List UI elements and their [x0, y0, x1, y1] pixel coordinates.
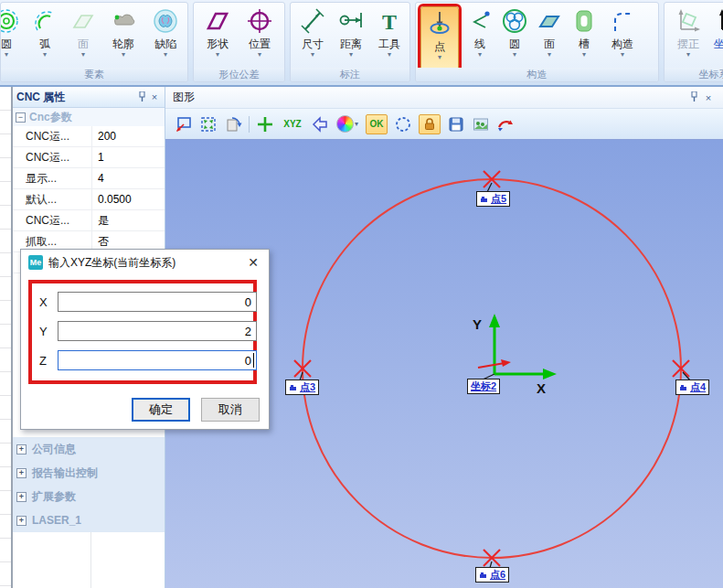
ribbon-button-plane-construct[interactable]: 面 ▾	[532, 5, 567, 69]
empty-property-grid	[13, 532, 165, 588]
point-label-3[interactable]: 点3	[285, 380, 319, 395]
coordinate-icon	[717, 5, 723, 37]
table-row[interactable]: CNC运... 200	[13, 126, 165, 147]
x-input[interactable]	[58, 292, 257, 312]
point-label-4[interactable]: 点4	[675, 380, 709, 395]
x-field[interactable]	[58, 292, 257, 312]
close-icon[interactable]: ✕	[245, 255, 261, 270]
z-input[interactable]	[58, 350, 257, 370]
ribbon-button-circle-construct[interactable]: 圆 ▾	[497, 5, 532, 69]
ribbon-button-label: 弧	[39, 37, 50, 50]
tree-item-extended-params[interactable]: + 扩展参数	[13, 485, 165, 508]
z-field[interactable]	[58, 350, 257, 370]
point-icon	[426, 7, 453, 40]
point-glyph-icon	[479, 572, 487, 579]
tree-item-label: 公司信息	[32, 442, 76, 457]
chevron-down-icon: ▾	[388, 50, 391, 59]
plane-icon	[69, 5, 97, 37]
ok-button[interactable]: 确定	[132, 398, 190, 422]
app-window: 圆 ▾ 弧 ▾ 面 ▾ 轮廓	[0, 0, 723, 588]
tree-item-company-info[interactable]: + 公司信息	[13, 437, 165, 461]
ribbon-button-plane[interactable]: 面 ▾	[64, 5, 102, 69]
save-icon[interactable]	[447, 115, 465, 134]
ribbon-button-arc[interactable]: 弧 ▾	[26, 5, 64, 69]
coordinate-system-label[interactable]: 坐标2	[467, 379, 500, 394]
point-label-5[interactable]: 点5	[476, 191, 510, 207]
prop-value[interactable]: 1	[92, 147, 165, 167]
ok-toggle-label: OK	[368, 119, 386, 129]
defect-icon	[152, 5, 179, 37]
expand-plus-icon[interactable]: +	[16, 516, 27, 526]
shape-icon	[204, 5, 231, 37]
chevron-down-icon: ▾	[513, 50, 516, 59]
chevron-down-icon: ▾	[548, 50, 551, 59]
table-row[interactable]: CNC运... 是	[13, 210, 165, 231]
prop-value[interactable]: 200	[92, 126, 165, 146]
fit-view-icon[interactable]	[199, 115, 218, 134]
y-field[interactable]	[58, 321, 257, 341]
tree-item-label: 报告输出控制	[32, 465, 98, 481]
lock-toggle-button[interactable]	[419, 114, 441, 134]
expand-plus-icon[interactable]: +	[16, 492, 27, 502]
prop-value[interactable]: 4	[92, 168, 165, 188]
zoom-region-icon[interactable]	[175, 115, 193, 134]
ribbon-button-construct[interactable]: 构造 ▾	[601, 5, 643, 69]
chevron-down-icon: ▾	[438, 53, 441, 61]
point-label-6[interactable]: 点6	[475, 567, 509, 583]
ribbon-button-position[interactable]: 位置 ▾	[239, 5, 281, 69]
chevron-down-icon: ▾	[164, 50, 167, 59]
ribbon-button-slot[interactable]: 槽 ▾	[567, 5, 601, 69]
point-label-text: 点6	[490, 569, 505, 581]
ribbon-button-label: 面	[78, 37, 89, 50]
ok-toggle-button[interactable]: OK	[366, 114, 388, 134]
scene-image-icon[interactable]	[472, 115, 490, 134]
view-rotate-icon[interactable]	[224, 115, 242, 134]
close-icon[interactable]: ×	[701, 92, 716, 103]
back-arrow-icon[interactable]	[311, 115, 329, 134]
ribbon-button-tools[interactable]: T 工具 ▾	[370, 5, 409, 69]
ribbon-button-coordinate[interactable]: 坐标系 ▾	[709, 5, 723, 69]
ribbon-button-defect[interactable]: 缺陷 ▾	[144, 5, 186, 69]
ribbon-button-align[interactable]: 摆正 ▾	[667, 5, 709, 69]
ribbon-group-title: 构造	[416, 68, 658, 81]
dashed-circle-icon[interactable]	[394, 115, 412, 134]
ribbon-button-line[interactable]: 线 ▾	[463, 5, 497, 69]
x-field-label: X	[39, 295, 58, 309]
ribbon-button-circle[interactable]: 圆 ▾	[0, 5, 26, 69]
expand-plus-icon[interactable]: +	[16, 468, 27, 478]
cancel-button[interactable]: 取消	[201, 398, 260, 422]
prop-name: CNC运...	[13, 126, 92, 146]
crosshair-icon[interactable]	[256, 115, 274, 134]
dialog-titlebar[interactable]: Me 输入XYZ坐标(当前坐标系) ✕	[21, 250, 269, 275]
close-icon[interactable]: ×	[148, 91, 161, 102]
tree-item-report-output[interactable]: + 报告输出控制	[13, 461, 165, 485]
pin-icon[interactable]	[686, 91, 701, 103]
ribbon-button-label: 面	[544, 37, 555, 50]
prop-value[interactable]: 是	[92, 210, 165, 230]
graphics-panel-title: 图形	[173, 90, 686, 105]
xyz-coordinate-icon[interactable]: XYZ	[281, 115, 304, 134]
ribbon-group-title: 形位公差	[194, 68, 284, 81]
ribbon-button-label: 尺寸	[302, 37, 324, 50]
redo-rotate-icon[interactable]	[496, 115, 515, 134]
y-input[interactable]	[58, 321, 257, 341]
align-icon	[675, 5, 702, 37]
ribbon-button-point[interactable]: 点 ▾	[420, 6, 459, 72]
expand-plus-icon[interactable]: +	[16, 444, 27, 454]
table-row[interactable]: 默认... 0.0500	[13, 189, 165, 210]
ribbon-button-profile[interactable]: 轮廓 ▾	[102, 5, 144, 69]
table-row[interactable]: 显示... 4	[13, 168, 165, 189]
ribbon-button-shape[interactable]: 形状 ▾	[197, 5, 239, 69]
chevron-down-icon: ▾	[258, 50, 261, 59]
table-row[interactable]: CNC运... 1	[13, 147, 165, 168]
cnc-category-row[interactable]: − Cnc参数	[13, 108, 165, 126]
color-wheel-icon[interactable]: ▾	[335, 115, 359, 134]
tree-item-laser1[interactable]: + LASER_1	[13, 508, 165, 532]
profile-icon	[110, 5, 137, 37]
prop-value[interactable]: 0.0500	[92, 189, 165, 209]
pin-icon[interactable]	[135, 91, 148, 103]
ribbon-button-dimension[interactable]: 尺寸 ▾	[293, 5, 332, 69]
z-field-row: Z	[39, 350, 257, 370]
collapse-minus-icon[interactable]: −	[16, 112, 26, 123]
ribbon-button-distance[interactable]: 距离 ▾	[332, 5, 370, 69]
